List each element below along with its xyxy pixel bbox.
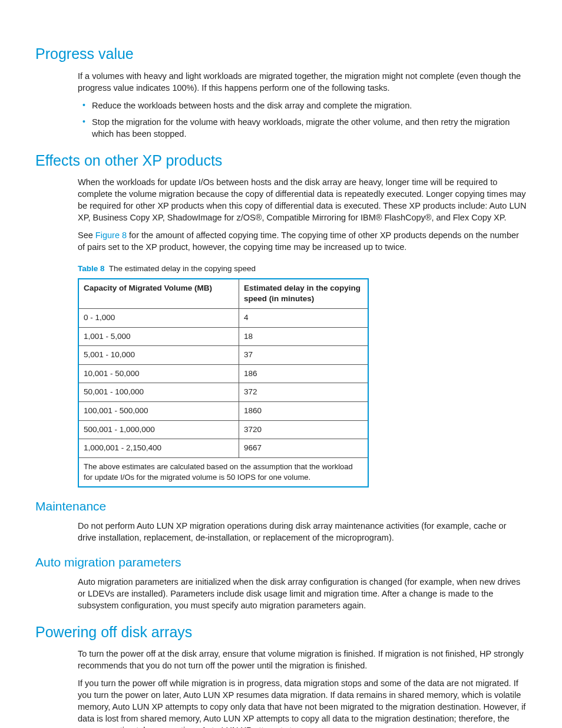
- heading-auto-migration-params: Auto migration parameters: [35, 554, 527, 571]
- cell-capacity: 100,001 - 500,000: [78, 402, 239, 421]
- table-row: 5,001 - 10,00037: [78, 346, 368, 365]
- cell-delay: 3720: [239, 420, 369, 439]
- cell-delay: 1860: [239, 402, 369, 421]
- table-header-delay: Estimated delay in the copying speed (in…: [239, 279, 369, 309]
- table-row: 50,001 - 100,000372: [78, 383, 368, 402]
- table-row: 0 - 1,0004: [78, 308, 368, 327]
- cell-capacity: 1,001 - 5,000: [78, 327, 239, 346]
- table-8: Capacity of Migrated Volume (MB) Estimat…: [78, 278, 369, 487]
- cell-capacity: 0 - 1,000: [78, 308, 239, 327]
- cell-delay: 37: [239, 346, 369, 365]
- table-footnote: The above estimates are calculated based…: [78, 457, 368, 486]
- cell-capacity: 500,001 - 1,000,000: [78, 420, 239, 439]
- para-effects-1: When the workloads for update I/Os betwe…: [78, 176, 527, 223]
- para-maintenance: Do not perform Auto LUN XP migration ope…: [78, 520, 527, 543]
- cell-capacity: 10,001 - 50,000: [78, 364, 239, 383]
- table-row: 500,001 - 1,000,0003720: [78, 420, 368, 439]
- heading-effects-other-xp: Effects on other XP products: [35, 150, 527, 171]
- para-powering-off-2: If you turn the power off while migratio…: [78, 677, 527, 728]
- para-progress-value: If a volumes with heavy and light worklo…: [78, 70, 527, 94]
- cell-delay: 186: [239, 364, 369, 383]
- cell-capacity: 5,001 - 10,000: [78, 346, 239, 365]
- cell-delay: 18: [239, 327, 369, 346]
- cell-delay: 4: [239, 308, 369, 327]
- figure-8-link[interactable]: Figure 8: [95, 230, 127, 240]
- heading-maintenance: Maintenance: [35, 498, 527, 515]
- text-suffix: for the amount of affected copying time.…: [78, 230, 519, 252]
- caption-text: The estimated delay in the copying speed: [109, 264, 256, 273]
- table-8-caption: Table 8 The estimated delay in the copyi…: [78, 263, 527, 275]
- bullet-list-progress: Reduce the workloads between hosts and t…: [78, 100, 527, 140]
- bullet-item: Stop the migration for the volume with h…: [92, 116, 527, 140]
- cell-capacity: 1,000,001 - 2,150,400: [78, 439, 239, 458]
- text-prefix: See: [78, 230, 95, 240]
- para-powering-off-1: To turn the power off at the disk array,…: [78, 648, 527, 671]
- table-row: 100,001 - 500,0001860: [78, 402, 368, 421]
- heading-progress-value: Progress value: [35, 44, 527, 64]
- table-header-capacity: Capacity of Migrated Volume (MB): [78, 279, 239, 309]
- cell-capacity: 50,001 - 100,000: [78, 383, 239, 402]
- cell-delay: 372: [239, 383, 369, 402]
- bullet-item: Reduce the workloads between hosts and t…: [92, 100, 527, 111]
- caption-label: Table 8: [78, 264, 105, 273]
- cell-delay: 9667: [239, 439, 369, 458]
- para-effects-2: See Figure 8 for the amount of affected …: [78, 229, 527, 253]
- para-auto-migration: Auto migration parameters are initialize…: [78, 576, 527, 611]
- table-row: 10,001 - 50,000186: [78, 364, 368, 383]
- heading-powering-off: Powering off disk arrays: [35, 622, 527, 643]
- table-row: 1,001 - 5,00018: [78, 327, 368, 346]
- table-row: 1,000,001 - 2,150,4009667: [78, 439, 368, 458]
